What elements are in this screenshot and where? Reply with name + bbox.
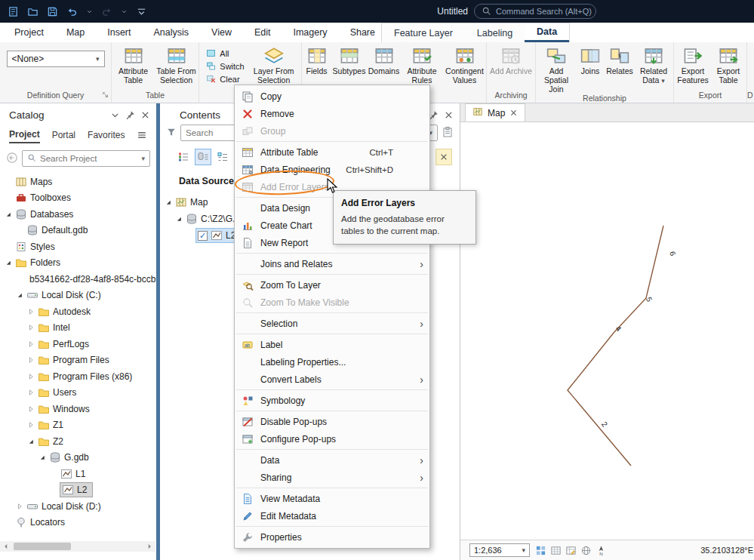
menu-item-remove[interactable]: Remove: [235, 105, 429, 122]
pane-menu-chevron-icon[interactable]: [110, 110, 120, 120]
menu-item-selection[interactable]: Selection›: [235, 315, 429, 332]
catalog-item-program-files[interactable]: Program Files: [0, 352, 156, 369]
menu-item-configure-pop-ups[interactable]: Configure Pop-ups: [235, 430, 429, 448]
status-grid-button[interactable]: [550, 545, 562, 556]
ribbon-tab-view[interactable]: View: [200, 23, 243, 42]
scroll-right-icon[interactable]: [143, 543, 155, 550]
undo-button[interactable]: [66, 6, 78, 17]
catalog-item-l1[interactable]: L1: [0, 466, 156, 482]
expanded-chevron-icon[interactable]: [38, 454, 46, 461]
ribbon-button-joins[interactable]: Joins: [576, 44, 605, 76]
command-search-input[interactable]: Command Search (Alt+Q): [474, 4, 596, 19]
menu-item-convert-labels[interactable]: Convert Labels›: [235, 371, 429, 388]
caret-down-button[interactable]: [86, 8, 93, 15]
ribbon-button-export-features[interactable]: Export Features: [675, 44, 711, 85]
menu-item-properties[interactable]: Properties: [235, 528, 429, 546]
menu-hamburger-icon[interactable]: [137, 130, 147, 143]
definition-query-combo[interactable]: <None>▾: [7, 51, 105, 67]
open-button[interactable]: [27, 6, 38, 17]
catalog-item-local-disk-d[interactable]: Local Disk (D:): [0, 498, 156, 515]
menu-item-data[interactable]: Data›: [235, 451, 429, 469]
ribbon-tab-imagery[interactable]: Imagery: [282, 23, 338, 42]
layer-visibility-checkbox[interactable]: ✓: [198, 231, 208, 241]
new-button[interactable]: [8, 6, 19, 17]
catalog-item-windows[interactable]: Windows: [0, 401, 156, 417]
ribbon-tab-analysis[interactable]: Analysis: [143, 23, 201, 42]
status-globe-button[interactable]: [580, 545, 592, 556]
ribbon-button-related-data[interactable]: Related Data ▾: [635, 44, 672, 85]
ribbon-button-all[interactable]: All: [204, 48, 246, 59]
catalog-item-z1[interactable]: Z1: [0, 417, 156, 434]
ribbon-tab-insert[interactable]: Insert: [96, 23, 142, 42]
menu-item-symbology[interactable]: Symbology: [235, 392, 429, 409]
ribbon-button-fields[interactable]: Fields: [302, 44, 332, 76]
customize-button[interactable]: [136, 6, 147, 17]
catalog-search-input[interactable]: Search Project ▾: [22, 150, 150, 167]
menu-item-joins-and-relates[interactable]: Joins and Relates›: [235, 255, 429, 272]
list-data-source-button[interactable]: [195, 149, 211, 165]
close-icon[interactable]: [140, 110, 150, 120]
menu-item-sharing[interactable]: Sharing›: [235, 469, 429, 486]
collapsed-chevron-icon[interactable]: [27, 373, 35, 380]
clipboard-icon[interactable]: [442, 126, 454, 140]
expanded-chevron-icon[interactable]: [16, 291, 23, 299]
ribbon-button-subtypes[interactable]: Subtypes: [332, 44, 367, 76]
status-edit-button[interactable]: [565, 545, 577, 556]
catalog-item-program-files-x86[interactable]: Program Files (x86): [0, 368, 156, 385]
ribbon-button-add-spatial-join[interactable]: Add Spatial Join: [537, 44, 576, 94]
menu-item-data-engineering[interactable]: Data EngineeringCtrl+Shift+D: [235, 161, 429, 178]
ribbon-button-domains[interactable]: Domains: [367, 44, 402, 76]
catalog-item-locators[interactable]: Locators: [0, 515, 156, 531]
status-selection-button[interactable]: [535, 545, 546, 556]
expanded-chevron-icon[interactable]: [27, 438, 35, 445]
collapsed-chevron-icon[interactable]: [27, 324, 35, 331]
menu-item-attribute-table[interactable]: Attribute TableCtrl+T: [235, 143, 429, 161]
menu-item-view-metadata[interactable]: View Metadata: [235, 490, 429, 507]
ribbon-tab-labeling[interactable]: Labeling: [465, 23, 525, 42]
expanded-chevron-icon[interactable]: [165, 198, 172, 206]
pin-icon[interactable]: [125, 110, 135, 120]
ribbon-button-layer-from-selection[interactable]: Layer From Selection: [250, 44, 298, 85]
catalog-item-toolboxes[interactable]: Toolboxes: [0, 190, 156, 207]
scrollbar-thumb[interactable]: [14, 543, 71, 550]
expanded-chevron-icon[interactable]: [175, 215, 183, 223]
ribbon-button-attribute-rules[interactable]: Attribute Rules: [402, 44, 443, 85]
ribbon-tab-map[interactable]: Map: [55, 23, 96, 42]
map-scale-combo[interactable]: 1:2,636 ▾: [469, 543, 530, 557]
filter-funnel-icon[interactable]: [166, 127, 177, 140]
collapsed-chevron-icon[interactable]: [27, 405, 35, 413]
ribbon-button-table-from-selection[interactable]: Table From Selection: [155, 44, 199, 85]
collapsed-chevron-icon[interactable]: [27, 389, 35, 396]
menu-item-disable-pop-ups[interactable]: Disable Pop-ups: [235, 413, 429, 430]
catalog-item-l2[interactable]: L2: [0, 482, 156, 499]
collapsed-chevron-icon[interactable]: [27, 308, 35, 315]
catalog-item-users[interactable]: Users: [0, 385, 156, 402]
catalog-item-maps[interactable]: Maps: [0, 174, 156, 190]
ribbon-tab-project[interactable]: Project: [3, 23, 55, 42]
map-view-tab[interactable]: Map: [465, 103, 525, 122]
menu-item-labeling-properties[interactable]: Labeling Properties...: [235, 353, 429, 371]
ribbon-tab-data[interactable]: Data: [525, 23, 569, 42]
catalog-item-b5341662-df28-4af8-854c-bccb95[interactable]: b5341662-df28-4af8-854c-bccb95: [0, 271, 156, 288]
ribbon-button-export-table[interactable]: Export Table: [711, 44, 746, 85]
redo-button[interactable]: [101, 6, 112, 17]
close-icon[interactable]: [444, 110, 454, 120]
catalog-item-folders[interactable]: Folders: [0, 255, 156, 272]
collapsed-chevron-icon[interactable]: [27, 340, 35, 348]
collapsed-chevron-icon[interactable]: [16, 503, 23, 510]
catalog-tab-portal[interactable]: Portal: [52, 130, 75, 143]
catalog-horizontal-scrollbar[interactable]: [0, 541, 155, 552]
close-tab-icon[interactable]: [509, 109, 518, 117]
list-drawing-order-button[interactable]: [175, 149, 192, 165]
ribbon-button-relates[interactable]: Relates: [605, 44, 635, 76]
list-selection-button[interactable]: [214, 149, 231, 165]
ribbon-button-clear[interactable]: Clear: [204, 73, 246, 85]
catalog-item-perflogs[interactable]: PerfLogs: [0, 336, 156, 352]
dialog-launcher-icon[interactable]: [102, 91, 109, 100]
catalog-item-local-disk-c[interactable]: Local Disk (C:): [0, 288, 156, 304]
ribbon-button-switch[interactable]: Switch: [204, 60, 246, 72]
catalog-item-default-gdb[interactable]: Default.gdb: [0, 223, 156, 239]
menu-item-edit-metadata[interactable]: Edit Metadata: [235, 507, 429, 525]
scroll-left-icon[interactable]: [0, 543, 12, 550]
ribbon-tab-share[interactable]: Share: [339, 23, 386, 42]
